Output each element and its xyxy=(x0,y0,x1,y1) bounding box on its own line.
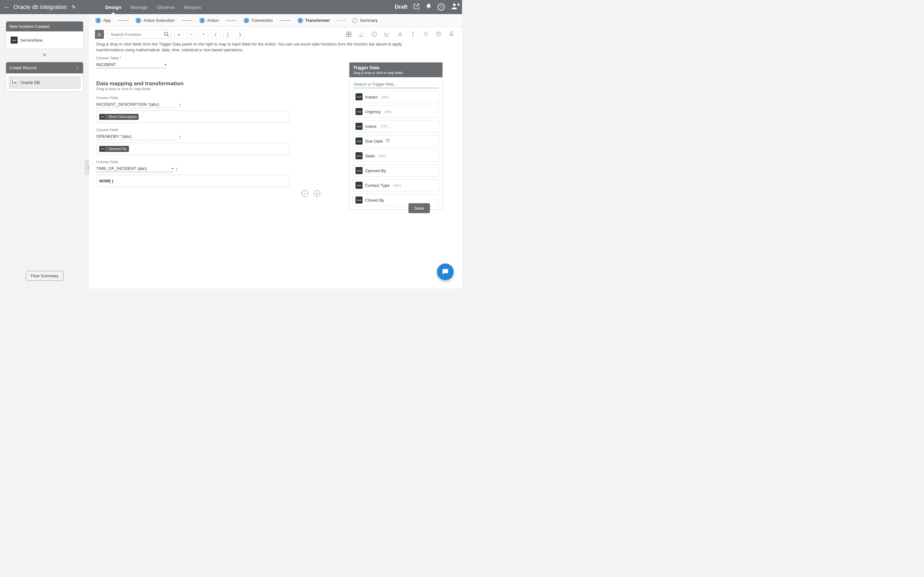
category-cubes-icon[interactable] xyxy=(447,29,456,39)
op-rparen[interactable]: ) xyxy=(236,30,244,39)
app-header: ← Oracle db integration ✎ Design Manage … xyxy=(0,0,462,14)
back-arrow-icon[interactable]: ← xyxy=(4,3,10,11)
mapping-value-box[interactable]: now Opened By xyxy=(96,143,289,155)
svg-point-1 xyxy=(164,32,168,35)
remove-row-button[interactable]: − xyxy=(302,190,308,197)
category-grid-icon[interactable] xyxy=(344,29,354,39)
svg-point-9 xyxy=(437,34,438,34)
tab-observe[interactable]: Observe xyxy=(156,1,176,14)
action-source-item[interactable]: ▦ Oracle DB xyxy=(9,76,81,89)
flow-arrow-icon xyxy=(6,52,83,57)
step-dots xyxy=(337,20,345,21)
trigger-field-type: (abc) xyxy=(384,110,392,113)
field-token[interactable]: now Short Description xyxy=(99,114,139,120)
tab-manage[interactable]: Manage xyxy=(129,1,148,14)
step-transformer[interactable]: Transformer xyxy=(298,18,330,23)
action-source-label: Oracle DB xyxy=(21,80,40,85)
token-text: Short Description xyxy=(108,115,137,119)
trigger-card: New Incident Created now ServiceNow xyxy=(6,21,83,49)
fx-icon[interactable]: fx xyxy=(95,30,104,39)
op-minus[interactable]: − xyxy=(187,30,196,39)
action-card-title: Create Record xyxy=(9,65,37,70)
svg-rect-5 xyxy=(349,35,351,37)
column-field-label: Column Field xyxy=(96,160,295,164)
card-menu-icon[interactable]: ⋮ xyxy=(75,65,80,71)
servicenow-icon: now xyxy=(355,123,363,130)
servicenow-icon: now xyxy=(11,37,18,44)
search-icon[interactable] xyxy=(164,31,170,39)
trigger-source-label: ServiceNow xyxy=(20,38,42,43)
category-text-icon[interactable] xyxy=(395,29,405,39)
status-label: Draft xyxy=(395,4,407,10)
trigger-field-item[interactable]: nowImpact(abc) xyxy=(352,91,439,103)
column-field-label: Column Field xyxy=(96,96,295,100)
user-avatar[interactable]: ▲ xyxy=(451,2,458,12)
mapping-value-box[interactable]: NOW( ) xyxy=(96,175,289,187)
mapping-value-box[interactable]: now Short Description xyxy=(96,111,289,123)
choose-table-select[interactable]: INCIDENT ▾ xyxy=(96,61,166,68)
trigger-field-item[interactable]: nowOpened By xyxy=(352,164,439,177)
step-summary[interactable]: Summary xyxy=(352,18,378,23)
trigger-search-input[interactable] xyxy=(353,81,439,88)
field-token[interactable]: now Opened By xyxy=(99,146,129,152)
trigger-field-item[interactable]: nowContact Type(abc) xyxy=(352,179,439,191)
trigger-field-item[interactable]: nowActive(T/F) xyxy=(352,120,439,132)
tab-recipes[interactable]: Recipes xyxy=(183,1,202,14)
servicenow-icon: now xyxy=(355,152,363,159)
category-info-icon[interactable] xyxy=(408,29,418,39)
op-plus[interactable]: + xyxy=(174,30,184,39)
op-lparen[interactable]: ( xyxy=(223,30,232,39)
trigger-field-name: Opened By xyxy=(365,168,386,173)
category-palette-icon[interactable] xyxy=(434,29,443,39)
trigger-field-item[interactable]: nowUrgency(abc) xyxy=(352,105,439,118)
trigger-field-name: Contact Type xyxy=(365,183,389,188)
servicenow-icon: now xyxy=(100,114,105,119)
expression-text: NOW( ) xyxy=(99,179,113,183)
svg-point-0 xyxy=(453,3,456,6)
mapping-row: Column Field TIME_OF_INCIDENT (abc) ▾ : … xyxy=(96,160,295,187)
column-select[interactable]: OPENEDBY *(abc) xyxy=(96,133,176,140)
steps-rail: App Action Execution Action Connection T… xyxy=(89,14,462,27)
step-action[interactable]: Action xyxy=(200,18,219,23)
chat-widget-button[interactable] xyxy=(437,263,454,280)
category-clock-icon[interactable] xyxy=(370,29,379,39)
trigger-source-item[interactable]: now ServiceNow xyxy=(9,34,81,46)
tab-design[interactable]: Design xyxy=(105,1,122,14)
step-app[interactable]: App xyxy=(95,18,111,23)
alert-icon: ▲ xyxy=(456,1,461,6)
trigger-field-item[interactable]: nowState(abc) xyxy=(352,150,439,162)
trigger-field-name: Closed By xyxy=(365,198,384,203)
svg-point-10 xyxy=(438,33,439,33)
category-chart-icon[interactable] xyxy=(383,29,392,39)
flow-summary-button[interactable]: Flow Summary xyxy=(26,271,63,281)
op-mult[interactable]: * xyxy=(199,30,208,39)
save-button[interactable]: Save xyxy=(409,203,430,213)
op-div[interactable]: / xyxy=(211,30,220,39)
search-function-input[interactable] xyxy=(107,30,171,39)
trigger-field-item[interactable]: nowDue Date📅 xyxy=(352,135,439,147)
main-panel: App Action Execution Action Connection T… xyxy=(89,14,462,288)
step-action-execution[interactable]: Action Execution xyxy=(136,18,174,23)
category-angle-icon[interactable] xyxy=(357,29,367,39)
trigger-card-title: New Incident Created xyxy=(9,24,49,29)
mapping-row: Column Field OPENEDBY *(abc) : now Opene… xyxy=(96,128,295,155)
step-connection[interactable]: Connection xyxy=(244,18,273,23)
category-bulb-icon[interactable] xyxy=(421,29,431,39)
notifications-icon[interactable] xyxy=(425,3,432,11)
add-row-button[interactable]: + xyxy=(314,190,320,197)
column-select[interactable]: INCIDENT_DESCRIPTION *(abc) xyxy=(96,101,176,108)
step-label: Transformer xyxy=(305,18,330,23)
help-icon[interactable]: ? xyxy=(438,3,445,11)
trigger-panel-title: Trigger Data xyxy=(353,65,439,70)
trigger-field-name: Due Date xyxy=(365,139,383,143)
edit-title-icon[interactable]: ✎ xyxy=(71,4,76,10)
column-field-label: Column Field xyxy=(96,128,295,132)
mapping-row: Column Field INCIDENT_DESCRIPTION *(abc)… xyxy=(96,96,295,123)
servicenow-icon: now xyxy=(355,108,363,115)
open-external-icon[interactable] xyxy=(413,3,420,11)
trigger-panel-subtitle: Drag & drop or click to map fields xyxy=(353,71,439,75)
trigger-data-panel: Trigger Data Drag & drop or click to map… xyxy=(349,62,443,210)
token-text: Opened By xyxy=(108,147,127,151)
step-label: App xyxy=(103,18,111,23)
column-select[interactable]: TIME_OF_INCIDENT (abc) ▾ xyxy=(96,165,173,172)
